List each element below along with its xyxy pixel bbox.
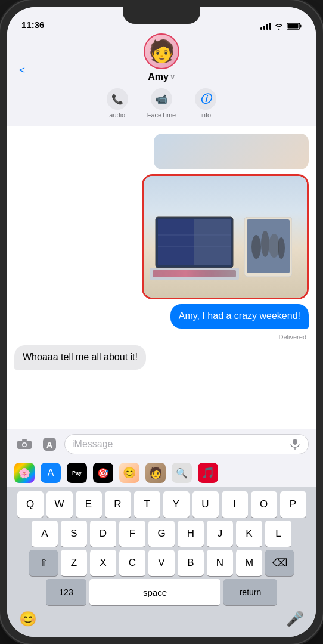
svg-rect-22 bbox=[22, 439, 27, 441]
action-buttons: 📞 audio 📹 FaceTime ⓘ info bbox=[107, 88, 217, 119]
key-x[interactable]: X bbox=[90, 550, 116, 576]
avatar-app-icon[interactable]: 🧑 bbox=[145, 463, 166, 483]
camera-button[interactable] bbox=[14, 434, 35, 454]
audio-action-button[interactable]: 📞 audio bbox=[107, 88, 128, 119]
emoji-button[interactable]: 😊 bbox=[19, 611, 37, 627]
input-area: A iMessage bbox=[7, 429, 316, 459]
status-time: 11:36 bbox=[21, 20, 44, 30]
key-w[interactable]: W bbox=[46, 491, 73, 518]
keyboard: Q W E R T Y U I O P A S D F G H J K bbox=[7, 487, 316, 637]
svg-point-15 bbox=[251, 235, 261, 259]
tablet-illustration bbox=[244, 217, 292, 277]
chevron-down-icon: ∨ bbox=[170, 73, 175, 81]
laptop-illustration bbox=[150, 211, 245, 289]
svg-point-16 bbox=[261, 231, 269, 257]
key-h[interactable]: H bbox=[178, 521, 204, 547]
info-label: info bbox=[200, 112, 211, 119]
key-g[interactable]: G bbox=[148, 521, 175, 547]
return-key[interactable]: return bbox=[223, 579, 277, 605]
key-a[interactable]: A bbox=[32, 521, 58, 547]
phone-frame: 11:36 bbox=[0, 0, 323, 644]
svg-point-21 bbox=[23, 444, 26, 447]
fitness-app-icon[interactable]: 🎯 bbox=[93, 463, 113, 483]
keyboard-row-4: 123 space return bbox=[10, 579, 313, 605]
key-p[interactable]: P bbox=[280, 491, 306, 518]
avatar-ring: 🧑 bbox=[144, 33, 179, 69]
key-y[interactable]: Y bbox=[163, 491, 190, 518]
svg-rect-25 bbox=[293, 439, 297, 445]
key-n[interactable]: N bbox=[207, 550, 233, 576]
apps-icon: A bbox=[43, 438, 56, 451]
wifi-icon bbox=[274, 23, 284, 30]
applepay-app-icon[interactable]: Pay bbox=[67, 463, 87, 483]
key-r[interactable]: R bbox=[105, 491, 131, 518]
incoming-message-bubble: Whoaaa tell me all about it! bbox=[14, 345, 146, 370]
contact-name[interactable]: Amy ∨ bbox=[148, 72, 175, 82]
image-message[interactable] bbox=[142, 174, 309, 299]
contact-avatar[interactable]: 🧑 bbox=[144, 33, 179, 69]
nav-header: < 🧑 Amy ∨ 📞 audio 📹 FaceTime ⓘ in bbox=[7, 33, 316, 126]
backspace-key[interactable]: ⌫ bbox=[265, 550, 294, 576]
key-o[interactable]: O bbox=[251, 491, 277, 518]
key-f[interactable]: F bbox=[119, 521, 145, 547]
audio-input-icon bbox=[289, 438, 301, 450]
app-strip: 🌸 A Pay 🎯 😊 🧑 🔍 🎵 bbox=[7, 459, 316, 487]
microphone-button[interactable]: 🎤 bbox=[286, 611, 304, 627]
audio-label: audio bbox=[109, 112, 125, 119]
key-k[interactable]: K bbox=[236, 521, 262, 547]
facetime-action-button[interactable]: 📹 FaceTime bbox=[147, 88, 176, 119]
svg-rect-2 bbox=[288, 24, 299, 29]
keyboard-row-1: Q W E R T Y U I O P bbox=[10, 491, 313, 518]
info-action-button[interactable]: ⓘ info bbox=[195, 88, 216, 119]
key-l[interactable]: L bbox=[265, 521, 291, 547]
apps-button[interactable]: A bbox=[39, 434, 60, 454]
info-icon: ⓘ bbox=[195, 88, 216, 110]
svg-text:A: A bbox=[46, 440, 52, 450]
camera-icon bbox=[17, 438, 32, 450]
status-icons bbox=[260, 23, 302, 30]
numbers-key[interactable]: 123 bbox=[46, 579, 86, 605]
key-c[interactable]: C bbox=[119, 550, 145, 576]
keyboard-bottom-row: 😊 🎤 bbox=[10, 608, 313, 634]
svg-rect-6 bbox=[194, 219, 231, 265]
notch bbox=[123, 7, 200, 24]
key-t[interactable]: T bbox=[134, 491, 160, 518]
web-search-app-icon[interactable]: 🔍 bbox=[172, 463, 192, 483]
back-button[interactable]: < bbox=[19, 64, 25, 76]
svg-rect-1 bbox=[300, 25, 302, 28]
key-m[interactable]: M bbox=[236, 550, 262, 576]
key-i[interactable]: I bbox=[222, 491, 248, 518]
photos-app-icon[interactable]: 🌸 bbox=[14, 463, 35, 483]
audio-icon: 📞 bbox=[107, 88, 128, 110]
svg-rect-5 bbox=[158, 219, 194, 265]
shift-key[interactable]: ⇧ bbox=[29, 550, 58, 576]
outgoing-message-bubble: Amy, I had a crazy weekend! bbox=[170, 304, 309, 329]
key-j[interactable]: J bbox=[207, 521, 233, 547]
signal-icon bbox=[260, 23, 271, 30]
key-u[interactable]: U bbox=[192, 491, 219, 518]
key-s[interactable]: S bbox=[61, 521, 87, 547]
music-app-icon[interactable]: 🎵 bbox=[198, 463, 218, 483]
delivered-status: Delivered bbox=[279, 333, 309, 340]
space-key[interactable]: space bbox=[89, 579, 220, 605]
key-d[interactable]: D bbox=[90, 521, 116, 547]
messages-area: Amy, I had a crazy weekend! Delivered Wh… bbox=[7, 126, 316, 429]
image-bubble bbox=[142, 174, 309, 299]
key-v[interactable]: V bbox=[148, 550, 175, 576]
key-q[interactable]: Q bbox=[17, 491, 44, 518]
phone-screen: 11:36 bbox=[7, 7, 316, 637]
key-e[interactable]: E bbox=[76, 491, 102, 518]
facetime-icon: 📹 bbox=[151, 88, 172, 110]
partial-image-top bbox=[154, 134, 309, 169]
svg-point-18 bbox=[278, 237, 285, 259]
keyboard-row-2: A S D F G H J K L bbox=[10, 521, 313, 547]
key-z[interactable]: Z bbox=[61, 550, 87, 576]
appstore-app-icon[interactable]: A bbox=[41, 463, 61, 483]
battery-icon bbox=[287, 23, 302, 30]
keyboard-row-3: ⇧ Z X C V B N M ⌫ bbox=[10, 550, 313, 576]
image-bubble-inner bbox=[144, 176, 307, 298]
message-input[interactable]: iMessage bbox=[64, 434, 309, 454]
memoji-app-icon[interactable]: 😊 bbox=[119, 463, 139, 483]
svg-rect-11 bbox=[153, 270, 236, 277]
key-b[interactable]: B bbox=[178, 550, 204, 576]
